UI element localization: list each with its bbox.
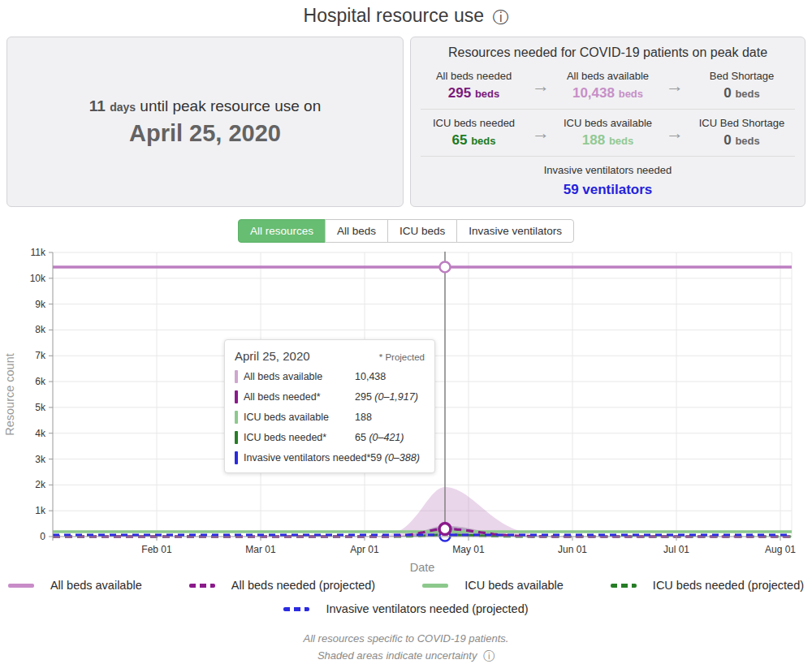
- page-title: Hospital resource use ⓘ: [0, 5, 812, 28]
- legend-item: All beds needed (projected): [189, 579, 375, 592]
- tooltip-range: (0–388): [385, 452, 420, 464]
- marker-all-beds-needed: [439, 524, 451, 535]
- y-tick-label: 8k: [35, 324, 46, 335]
- tab-all-resources[interactable]: All resources: [238, 219, 326, 243]
- bed-shortage-stat: Bed Shortage 0 beds: [689, 70, 795, 101]
- legend-label: ICU beds needed (projected): [653, 579, 804, 592]
- arrow-icon: →: [527, 123, 555, 144]
- days-value: 11: [89, 97, 106, 114]
- title-info-icon[interactable]: ⓘ: [492, 7, 508, 27]
- legend-swatch: [422, 584, 448, 588]
- x-tick-label: Jun 01: [558, 544, 587, 555]
- x-axis-title: Date: [410, 561, 435, 574]
- icu-beds-available-stat: ICU beds available 188 beds: [555, 117, 661, 149]
- legend-swatch: [8, 584, 34, 588]
- tab-all-beds[interactable]: All beds: [325, 219, 388, 243]
- stat-value: 0: [723, 85, 731, 101]
- days-rest-text: until peak resource use on: [140, 97, 321, 114]
- series-color-bar: [235, 390, 238, 403]
- y-tick-label: 10k: [30, 273, 46, 284]
- stat-label: Invasive ventilators needed: [539, 163, 677, 178]
- legend-item: Invasive ventilators needed (projected): [283, 602, 528, 615]
- series-color-bar: [235, 370, 238, 383]
- footnote-line1: All resources specific to COVID-19 patie…: [0, 630, 812, 647]
- legend-swatch: [283, 607, 309, 611]
- tooltip-label: ICU beds available: [244, 412, 355, 423]
- stat-value: 295: [448, 85, 471, 101]
- tooltip-range: (0–421): [369, 432, 404, 443]
- x-tick-label: Mar 01: [245, 544, 276, 555]
- peak-date-panel: 11 days until peak resource use on April…: [6, 37, 404, 207]
- tooltip-label: ICU beds needed*: [244, 432, 355, 443]
- stat-value: 10,438: [572, 85, 615, 101]
- tooltip-row: ICU beds available 188: [235, 411, 425, 424]
- tooltip-row: ICU beds needed* 65 (0–421): [235, 431, 425, 444]
- legend-item: ICU beds needed (projected): [611, 579, 804, 592]
- resources-panel-title: Resources needed for COVID-19 patients o…: [421, 45, 795, 60]
- legend-item: All beds available: [8, 579, 142, 592]
- x-tick-label: May 01: [452, 544, 485, 555]
- chart-legend: All beds available All beds needed (proj…: [0, 579, 812, 615]
- y-tick-label: 1k: [35, 505, 46, 516]
- series-color-bar: [235, 451, 238, 464]
- tooltip-projected-note: * Projected: [379, 352, 425, 362]
- arrow-icon: →: [661, 75, 689, 97]
- icu-bed-shortage-stat: ICU Bed Shortage 0 beds: [689, 117, 795, 149]
- tab-icu-beds[interactable]: ICU beds: [387, 219, 457, 243]
- ventilators-stat: Invasive ventilators needed 59 ventilato…: [421, 157, 795, 198]
- y-tick-label: 5k: [35, 402, 46, 413]
- icu-beds-needed-stat: ICU beds needed 65 beds: [421, 117, 527, 149]
- y-tick-label: 7k: [35, 350, 46, 361]
- tab-invasive-ventilators[interactable]: Invasive ventilators: [456, 219, 574, 243]
- resource-tabs: All resources All beds ICU beds Invasive…: [0, 219, 812, 243]
- tooltip-row: All beds needed* 295 (0–1,917): [235, 390, 425, 403]
- tooltip-date: April 25, 2020: [235, 349, 310, 363]
- all-beds-available-stat: All beds available 10,438 beds: [555, 70, 661, 101]
- legend-swatch: [189, 584, 215, 588]
- chart-tooltip: April 25, 2020 * Projected All beds avai…: [224, 339, 435, 473]
- tooltip-value: 295: [355, 391, 372, 403]
- series-color-bar: [235, 431, 238, 444]
- legend-label: Invasive ventilators needed (projected): [326, 602, 528, 615]
- series-color-bar: [235, 411, 238, 424]
- arrow-icon: →: [527, 75, 555, 97]
- days-until-peak: 11 days until peak resource use on: [89, 97, 321, 115]
- y-tick-label: 3k: [35, 454, 46, 465]
- y-tick-label: 0: [40, 531, 45, 542]
- stat-value: 188: [582, 132, 605, 148]
- icu-beds-row: ICU beds needed 65 beds → ICU beds avail…: [421, 110, 795, 157]
- y-tick-label: 9k: [35, 299, 46, 310]
- all-beds-needed-stat: All beds needed 295 beds: [421, 70, 527, 101]
- peak-date: April 25, 2020: [129, 120, 281, 147]
- page-title-text: Hospital resource use: [304, 5, 484, 26]
- stat-value: 59: [564, 182, 579, 197]
- y-tick-label: 11k: [31, 247, 46, 258]
- all-beds-row: All beds needed 295 beds → All beds avai…: [421, 67, 795, 110]
- uncertainty-info-icon[interactable]: ⓘ: [483, 649, 495, 662]
- legend-label: ICU beds available: [464, 579, 564, 592]
- tooltip-value: 65: [355, 432, 366, 443]
- legend-label: All beds available: [50, 579, 142, 592]
- y-tick-label: 6k: [35, 376, 46, 387]
- x-tick-label: Jul 01: [663, 544, 689, 555]
- x-tick-label: Aug 01: [765, 544, 796, 555]
- stat-unit: ventilators: [582, 182, 652, 197]
- x-tick-label: Feb 01: [141, 544, 172, 555]
- tooltip-label: All beds available: [244, 371, 355, 382]
- tooltip-label: Invasive ventilators needed*: [244, 452, 370, 464]
- legend-item: ICU beds available: [422, 579, 564, 592]
- marker-all-beds-available: [440, 261, 451, 272]
- legend-swatch: [611, 584, 637, 588]
- arrow-icon: →: [661, 123, 689, 144]
- days-unit: days: [110, 101, 136, 114]
- footnote-line2: Shaded areas indicate uncertainty ⓘ: [0, 647, 812, 664]
- stat-label: ICU beds available: [555, 117, 661, 129]
- y-axis-title: Resource count: [3, 353, 16, 436]
- stat-unit: beds: [475, 88, 499, 100]
- tooltip-label: All beds needed*: [244, 391, 355, 403]
- stat-unit: beds: [471, 135, 495, 147]
- y-tick-label: 4k: [35, 428, 46, 439]
- stat-value: 0: [723, 132, 731, 148]
- stat-value: 65: [452, 132, 468, 148]
- stat-label: Bed Shortage: [689, 70, 795, 82]
